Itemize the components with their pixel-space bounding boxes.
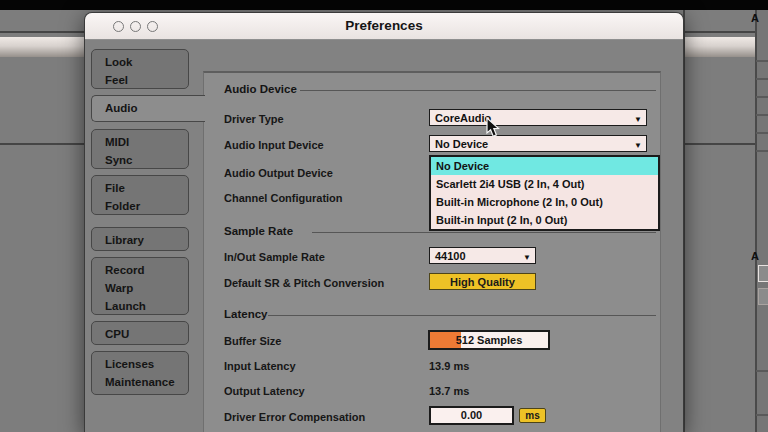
sidebar-tab-midi-sync[interactable]: MIDI Sync bbox=[91, 129, 189, 169]
input-latency-label: Input Latency bbox=[224, 360, 296, 372]
bg-right-strip: A A bbox=[755, 10, 768, 432]
sidebar-tab-file-folder[interactable]: File Folder bbox=[91, 175, 189, 215]
tab-label-line: CPU bbox=[105, 325, 188, 343]
chevron-down-icon: ▼ bbox=[523, 251, 531, 265]
screen: A A Preferences Audio Device bbox=[0, 0, 768, 432]
buffer-size-label: Buffer Size bbox=[224, 335, 281, 347]
section-divider bbox=[312, 232, 656, 233]
bg-slot-divider bbox=[756, 150, 768, 152]
section-title-audio-device: Audio Device bbox=[224, 83, 297, 95]
tab-label-line: Feel bbox=[105, 71, 188, 89]
preferences-window: Preferences Audio Device Driver Type Cor… bbox=[84, 12, 684, 432]
window-title: Preferences bbox=[85, 18, 683, 33]
sidebar-tab-audio[interactable]: Audio bbox=[91, 95, 205, 122]
driver-error-compensation-field[interactable]: 0.00 bbox=[429, 406, 514, 425]
driver-type-dropdown[interactable]: CoreAudio ▼ bbox=[429, 109, 647, 126]
tab-label-line: File bbox=[105, 179, 188, 197]
input-device-option-scarlett-2i4[interactable]: Scarlett 2i4 USB (2 In, 4 Out) bbox=[431, 175, 658, 193]
bg-slot-divider bbox=[756, 78, 768, 80]
bg-slot-divider bbox=[756, 96, 768, 98]
driver-type-label: Driver Type bbox=[224, 113, 284, 125]
tab-label-line: Look bbox=[105, 53, 188, 71]
mouse-cursor-icon bbox=[486, 117, 502, 139]
audio-input-device-dropdown[interactable]: No Device ▼ bbox=[429, 135, 647, 152]
input-latency-value: 13.9 ms bbox=[429, 360, 469, 372]
window-titlebar[interactable]: Preferences bbox=[85, 13, 683, 40]
tab-label-line: Warp bbox=[105, 279, 188, 297]
buffer-size-field[interactable]: 512 Samples bbox=[428, 330, 550, 350]
section-divider bbox=[300, 90, 656, 91]
bg-clip-slot bbox=[758, 265, 768, 282]
section-title-sample-rate: Sample Rate bbox=[224, 225, 293, 237]
window-body: Audio Device Driver Type CoreAudio ▼ Aud… bbox=[85, 39, 683, 432]
tab-label-line: Launch bbox=[105, 297, 188, 315]
tab-label-line: Audio bbox=[105, 99, 205, 117]
bg-slot-divider bbox=[756, 370, 768, 372]
driver-error-compensation-label: Driver Error Compensation bbox=[224, 411, 365, 423]
section-title-latency: Latency bbox=[224, 308, 267, 320]
tab-label-line: Maintenance bbox=[105, 373, 188, 391]
driver-error-compensation-value: 0.00 bbox=[461, 409, 482, 421]
ms-unit-button[interactable]: ms bbox=[519, 408, 546, 423]
content-panel: Audio Device Driver Type CoreAudio ▼ Aud… bbox=[203, 71, 661, 432]
sidebar-tab-cpu[interactable]: CPU bbox=[91, 321, 189, 345]
sidebar-tab-look-feel[interactable]: Look Feel bbox=[91, 49, 189, 89]
buffer-size-value: 512 Samples bbox=[456, 334, 523, 346]
tab-label-line: Library bbox=[105, 231, 188, 249]
audio-input-device-label: Audio Input Device bbox=[224, 139, 324, 151]
chevron-down-icon: ▼ bbox=[634, 139, 642, 153]
audio-input-device-value: No Device bbox=[435, 138, 488, 150]
bg-return-label: A bbox=[751, 250, 759, 262]
sidebar-tab-licenses-maintenance[interactable]: Licenses Maintenance bbox=[91, 351, 189, 395]
bg-slot-divider bbox=[756, 414, 768, 416]
input-device-option-builtin-input[interactable]: Built-in Input (2 In, 0 Out) bbox=[431, 211, 658, 229]
channel-configuration-label: Channel Configuration bbox=[224, 192, 343, 204]
chevron-down-icon: ▼ bbox=[634, 113, 642, 127]
sidebar-tab-record-warp-launch[interactable]: Record Warp Launch bbox=[91, 257, 189, 315]
audio-input-device-open-list: No Device Scarlett 2i4 USB (2 In, 4 Out)… bbox=[429, 155, 660, 231]
sidebar-tab-library[interactable]: Library bbox=[91, 227, 189, 251]
bg-track-label: A bbox=[751, 12, 759, 24]
output-latency-label: Output Latency bbox=[224, 385, 305, 397]
tab-label-line: MIDI bbox=[105, 133, 188, 151]
input-device-option-no-device[interactable]: No Device bbox=[431, 157, 658, 175]
sr-pitch-conversion-label: Default SR & Pitch Conversion bbox=[224, 277, 384, 289]
sample-rate-label: In/Out Sample Rate bbox=[224, 251, 325, 263]
sample-rate-dropdown[interactable]: 44100 ▼ bbox=[429, 247, 536, 264]
tab-label-line: Sync bbox=[105, 151, 188, 169]
bg-slot-divider bbox=[756, 60, 768, 62]
driver-type-value: CoreAudio bbox=[435, 112, 491, 124]
input-device-option-builtin-microphone[interactable]: Built-in Microphone (2 In, 0 Out) bbox=[431, 193, 658, 211]
bg-slot-divider bbox=[756, 114, 768, 116]
high-quality-button[interactable]: High Quality bbox=[429, 273, 536, 290]
output-latency-value: 13.7 ms bbox=[429, 385, 469, 397]
bg-clip-slot bbox=[758, 288, 768, 305]
tab-label-line: Licenses bbox=[105, 355, 188, 373]
sample-rate-value: 44100 bbox=[435, 250, 466, 262]
tab-label-line: Record bbox=[105, 261, 188, 279]
bg-slot-divider bbox=[756, 132, 768, 134]
audio-output-device-label: Audio Output Device bbox=[224, 167, 333, 179]
section-divider bbox=[268, 315, 656, 316]
tab-label-line: Folder bbox=[105, 197, 188, 215]
